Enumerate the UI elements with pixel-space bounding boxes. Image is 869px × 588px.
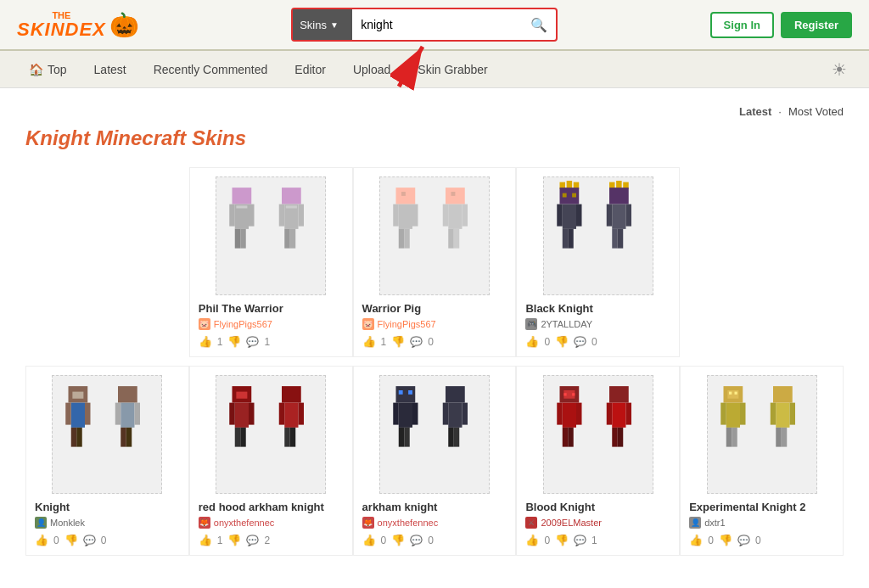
page-title-rest: Minecraft Skins (90, 126, 246, 149)
svg-rect-100 (612, 428, 618, 447)
svg-rect-24 (443, 204, 449, 227)
svg-rect-51 (71, 403, 85, 428)
svg-rect-111 (773, 386, 793, 403)
nav-item-top[interactable]: 🏠 Top (17, 54, 79, 85)
theme-toggle-button[interactable]: ☀ (827, 54, 852, 85)
comments-count-k: 0 (101, 535, 107, 546)
author-avatar-red-hood: 🦊 (199, 517, 210, 529)
skin-card-red-hood[interactable]: red hood arkham knight 🦊 onyxthefennec 👍… (189, 366, 353, 556)
thumbup-icon-ak: 👍 (362, 534, 376, 546)
logo-pumpkin-icon: 🎃 (109, 11, 139, 39)
grid-empty-5 (680, 167, 844, 357)
svg-rect-85 (462, 403, 468, 425)
svg-rect-81 (404, 428, 410, 447)
skin-card-black-knight[interactable]: Black Knight 🎮 2YTALLDAY 👍 0 👎 💬 0 (516, 167, 680, 357)
svg-rect-35 (557, 204, 563, 227)
svg-rect-4 (229, 204, 235, 227)
skin-stats-blood: 👍 0 👎 💬 1 (525, 534, 670, 546)
skin-card-warrior-pig[interactable]: Warrior Pig 🐷 FlyingPigs567 👍 1 👎 💬 0 (353, 167, 517, 357)
svg-rect-8 (282, 188, 301, 204)
nav-item-latest[interactable]: Latest (82, 54, 138, 85)
search-button[interactable]: 🔍 (522, 12, 556, 38)
nav-item-upload[interactable]: Upload (341, 54, 402, 85)
svg-rect-58 (115, 403, 121, 425)
comments-count-bk: 0 (591, 336, 597, 348)
nav-item-skin-grabber[interactable]: Skin Grabber (406, 54, 499, 85)
sort-most-voted-link[interactable]: Most Voted (788, 105, 844, 118)
skin-stats-red-hood: 👍 1 👎 💬 2 (199, 534, 344, 546)
author-avatar-arkham: 🦊 (362, 517, 374, 529)
thumbdown-icon-ex: 👎 (719, 534, 732, 546)
svg-rect-109 (726, 428, 732, 447)
skin-stats-warrior-pig: 👍 1 👎 💬 0 (362, 335, 507, 348)
svg-rect-2 (233, 188, 252, 204)
thumbdown-icon-bl: 👎 (555, 534, 569, 546)
author-name-knight: Monklek (50, 518, 85, 528)
search-input[interactable] (352, 9, 522, 40)
nav-item-editor[interactable]: Editor (283, 54, 338, 85)
svg-rect-14 (237, 205, 248, 208)
svg-rect-77 (399, 403, 412, 428)
svg-rect-99 (625, 403, 631, 425)
svg-rect-93 (576, 403, 582, 425)
svg-rect-37 (563, 229, 569, 249)
search-dropdown[interactable]: Skins ▼ (293, 9, 352, 40)
skin-name-black-knight: Black Knight (525, 302, 670, 315)
search-icon: 🔍 (530, 18, 547, 32)
skin-name-phil: Phil The Warrior (199, 302, 344, 315)
svg-rect-115 (776, 428, 782, 447)
svg-rect-28 (401, 192, 406, 196)
svg-rect-86 (448, 428, 454, 447)
svg-rect-62 (73, 392, 84, 399)
author-name-arkham: onyxthefennec (378, 518, 439, 528)
svg-rect-98 (607, 403, 613, 425)
svg-rect-119 (734, 392, 737, 395)
skin-card-knight[interactable]: Knight 👤 Monklek 👍 0 👎 💬 0 (25, 366, 189, 556)
skin-name-knight: Knight (35, 501, 180, 513)
svg-rect-6 (235, 229, 241, 249)
svg-rect-42 (609, 188, 629, 204)
svg-rect-12 (284, 229, 290, 249)
svg-rect-68 (240, 428, 246, 447)
skin-stats-knight: 👍 0 👎 💬 0 (35, 534, 180, 546)
svg-rect-56 (118, 386, 137, 403)
author-name-phil: FlyingPigs567 (214, 319, 272, 329)
svg-rect-87 (454, 428, 460, 447)
svg-rect-112 (776, 403, 789, 428)
comment-icon-rh: 💬 (246, 535, 259, 546)
nav-label-upload: Upload (353, 63, 390, 76)
thumbup-icon-bl: 👍 (525, 534, 539, 546)
comment-icon-ex: 💬 (737, 535, 750, 546)
svg-rect-52 (66, 403, 72, 425)
home-icon: 🏠 (29, 63, 43, 76)
svg-rect-114 (789, 403, 795, 425)
svg-rect-75 (237, 392, 248, 399)
svg-rect-92 (557, 403, 563, 425)
skin-card-phil-the-warrior[interactable]: Phil The Warrior 🐷 FlyingPigs567 👍 1 👎 💬… (189, 167, 353, 357)
svg-rect-113 (770, 403, 776, 425)
nav-item-recently-commented[interactable]: Recently Commented (142, 54, 280, 85)
svg-rect-45 (625, 204, 631, 227)
register-button[interactable]: Register (781, 12, 852, 38)
svg-rect-46 (612, 229, 618, 249)
svg-rect-103 (563, 393, 566, 395)
svg-rect-91 (563, 403, 576, 428)
nav-label-recently-commented: Recently Commented (154, 63, 268, 76)
svg-rect-13 (290, 229, 296, 249)
skin-preview-arkham-knight (379, 375, 490, 494)
skin-preview-red-hood (216, 375, 326, 494)
svg-rect-38 (568, 229, 574, 249)
svg-rect-96 (609, 386, 629, 403)
svg-rect-18 (393, 204, 399, 227)
author-name-red-hood: onyxthefennec (214, 518, 275, 528)
skin-card-blood-knight[interactable]: Blood Knight ⚔ 2009ELMaster 👍 0 👎 💬 1 (516, 366, 680, 556)
svg-rect-26 (448, 229, 454, 249)
comments-count-phil: 1 (264, 336, 270, 348)
svg-rect-10 (279, 204, 285, 227)
skin-card-arkham-knight[interactable]: arkham knight 🦊 onyxthefennec 👍 0 👎 💬 0 (353, 366, 517, 556)
signin-button[interactable]: Sign In (710, 12, 774, 38)
sort-latest-link[interactable]: Latest (739, 105, 771, 118)
navbar: 🏠 Top Latest Recently Commented Editor U… (0, 51, 869, 88)
svg-rect-23 (448, 204, 462, 229)
skin-card-experimental-knight[interactable]: Experimental Knight 2 👤 dxtr1 👍 0 👎 💬 0 (680, 366, 844, 556)
